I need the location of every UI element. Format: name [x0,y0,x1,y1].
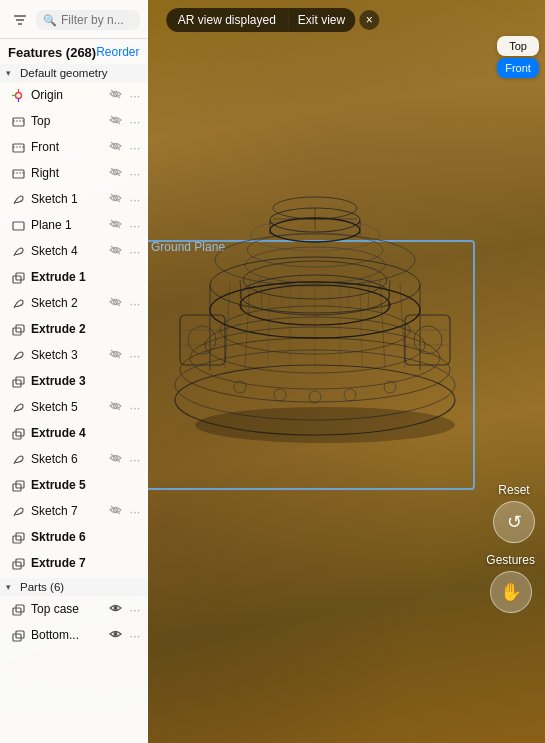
more-icon-front[interactable]: ··· [128,140,142,155]
feature-item-front[interactable]: Front ··· [0,134,148,160]
ar-close-button[interactable]: × [359,10,379,30]
search-input-wrap: 🔍 [36,10,140,30]
feature-name-extrude7: Extrude 7 [31,556,142,570]
feature-name-sketch2: Sketch 2 [31,296,102,310]
part-icon-top-case [10,601,26,617]
svg-line-11 [380,280,385,368]
more-icon-sketch1[interactable]: ··· [128,192,142,207]
feature-name-front: Front [31,140,102,154]
more-icon-sketch7[interactable]: ··· [128,504,142,519]
view-front-button[interactable]: Front [497,58,539,78]
feature-item-sketch6[interactable]: Sketch 6 ··· [0,446,148,472]
sketch-icon-2 [10,295,26,311]
visibility-icon-sketch7 [107,505,123,517]
sketch-icon-6 [10,451,26,467]
more-icon-right[interactable]: ··· [128,166,142,181]
more-icon-bottom[interactable]: ··· [128,628,142,643]
filter-button[interactable] [8,8,32,32]
gestures-label: Gestures [486,553,535,567]
more-icon-sketch4[interactable]: ··· [128,244,142,259]
parts-section[interactable]: ▾ Parts (6) [0,578,148,596]
svg-point-49 [309,391,321,403]
feature-item-sketch4[interactable]: Sketch 4 ··· [0,238,148,264]
feature-item-plane1[interactable]: Plane 1 ··· [0,212,148,238]
search-icon: 🔍 [43,14,57,27]
more-icon-sketch6[interactable]: ··· [128,452,142,467]
search-input[interactable] [61,13,133,27]
visibility-icon-plane1 [107,219,123,231]
visibility-icon-front [107,141,123,153]
feature-item-extrude3[interactable]: Extrude 3 [0,368,148,394]
visibility-icon-origin [107,89,123,101]
feature-name-extrude1: Extrude 1 [31,270,142,284]
view-top-button[interactable]: Top [497,36,539,56]
reset-icon: ↺ [493,501,535,543]
origin-icon [10,87,26,103]
feature-item-extrude7[interactable]: Extrude 7 [0,550,148,576]
feature-item-top-case[interactable]: Top case ··· [0,596,148,622]
plane-icon-right [10,165,26,181]
more-icon-sketch5[interactable]: ··· [128,400,142,415]
feature-item-extrude1[interactable]: Extrude 1 [0,264,148,290]
exit-view-button[interactable]: Exit view [288,8,355,32]
more-icon-origin[interactable]: ··· [128,88,142,103]
view-buttons-panel: Top Front [497,36,539,78]
filter-icon [12,12,28,28]
svg-point-46 [274,389,286,401]
feature-name-plane1: Plane 1 [31,218,102,232]
plane-icon-front [10,139,26,155]
feature-item-sketch1[interactable]: Sketch 1 ··· [0,186,148,212]
feature-name-extrude5: Extrude 5 [31,478,142,492]
feature-item-bottom[interactable]: Bottom... ··· [0,622,148,648]
gestures-icon: ✋ [490,571,532,613]
feature-item-extrude2[interactable]: Extrude 2 [0,316,148,342]
reset-button[interactable]: Reset ↺ [493,483,535,543]
feature-item-top[interactable]: Top ··· [0,108,148,134]
more-icon-sketch2[interactable]: ··· [128,296,142,311]
visibility-icon-sketch4 [107,245,123,257]
parts-chevron: ▾ [6,582,16,592]
svg-line-13 [360,279,362,367]
search-bar: 🔍 [0,0,148,39]
more-icon-plane1[interactable]: ··· [128,218,142,233]
extrude-icon-2 [10,321,26,337]
feature-item-origin[interactable]: Origin ··· [0,82,148,108]
more-icon-top-case[interactable]: ··· [128,602,142,617]
plane-icon-top [10,113,26,129]
drag-handle-icon [146,44,148,60]
reorder-button[interactable]: Reorder [96,45,139,59]
feature-item-sktrude6[interactable]: Sktrude 6 [0,524,148,550]
visibility-icon-top-case[interactable] [107,603,123,615]
sketch-icon-7 [10,503,26,519]
svg-rect-79 [13,222,24,230]
svg-rect-36 [180,315,225,365]
svg-rect-73 [13,170,24,178]
svg-point-113 [113,632,117,636]
part-icon-bottom [10,627,26,643]
visibility-icon-sketch3 [107,349,123,361]
visibility-icon-sketch1 [107,193,123,205]
gestures-button[interactable]: Gestures ✋ [486,553,535,613]
more-icon-top[interactable]: ··· [128,114,142,129]
sketch-icon-5 [10,399,26,415]
feature-item-sketch7[interactable]: Sketch 7 ··· [0,498,148,524]
feature-item-sketch2[interactable]: Sketch 2 ··· [0,290,148,316]
svg-point-110 [113,606,117,610]
svg-line-28 [348,277,350,307]
features-list: ▾ Default geometry Origin ··· Top ··· [0,64,148,743]
feature-name-sktrude6: Sktrude 6 [31,530,142,544]
feature-item-sketch5[interactable]: Sketch 5 ··· [0,394,148,420]
extrude-icon-5 [10,477,26,493]
feature-item-sketch3[interactable]: Sketch 3 ··· [0,342,148,368]
feature-name-sketch4: Sketch 4 [31,244,102,258]
visibility-icon-bottom[interactable] [107,629,123,641]
feature-item-extrude5[interactable]: Extrude 5 [0,472,148,498]
ar-displayed-badge: AR view displayed [166,8,288,32]
default-geometry-section[interactable]: ▾ Default geometry [0,64,148,82]
more-icon-sketch3[interactable]: ··· [128,348,142,363]
feature-item-right[interactable]: Right ··· [0,160,148,186]
section-title: Default geometry [20,67,108,79]
feature-item-extrude4[interactable]: Extrude 4 [0,420,148,446]
feature-name-extrude3: Extrude 3 [31,374,142,388]
extrude-icon-7 [10,555,26,571]
